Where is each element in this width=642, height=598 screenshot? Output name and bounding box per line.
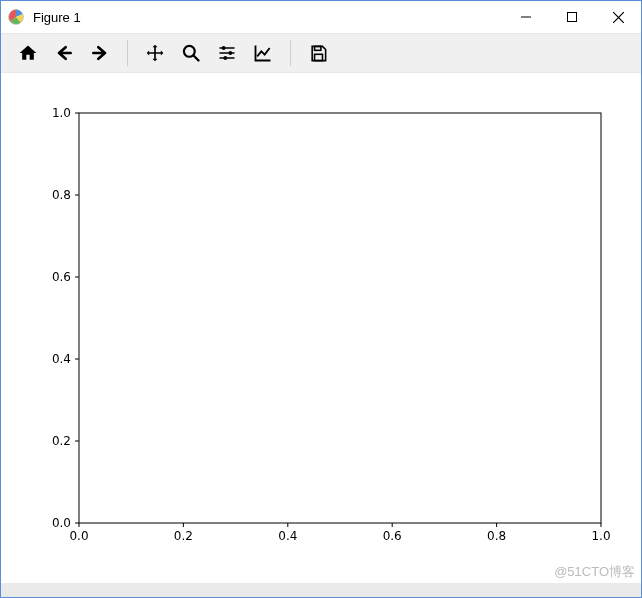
home-button[interactable] bbox=[13, 38, 43, 68]
status-bar bbox=[1, 583, 641, 597]
move-icon bbox=[145, 43, 165, 63]
configure-subplots-button[interactable] bbox=[212, 38, 242, 68]
chart-line-icon bbox=[253, 43, 273, 63]
svg-text:0.0: 0.0 bbox=[69, 529, 88, 543]
svg-text:0.6: 0.6 bbox=[52, 270, 71, 284]
svg-point-3 bbox=[222, 46, 226, 50]
toolbar-separator bbox=[127, 40, 128, 66]
sliders-icon bbox=[217, 43, 237, 63]
zoom-icon bbox=[181, 43, 201, 63]
toolbar-separator bbox=[290, 40, 291, 66]
save-icon bbox=[309, 44, 328, 63]
close-icon bbox=[613, 12, 624, 23]
svg-text:0.4: 0.4 bbox=[52, 352, 71, 366]
svg-text:0.4: 0.4 bbox=[278, 529, 297, 543]
svg-rect-8 bbox=[79, 113, 601, 523]
svg-rect-1 bbox=[568, 13, 577, 22]
zoom-button[interactable] bbox=[176, 38, 206, 68]
watermark-text: @51CTO博客 bbox=[554, 563, 635, 581]
svg-text:0.6: 0.6 bbox=[383, 529, 402, 543]
window-controls bbox=[503, 1, 641, 33]
save-button[interactable] bbox=[303, 38, 333, 68]
minimize-icon bbox=[521, 12, 531, 22]
titlebar: Figure 1 bbox=[1, 1, 641, 33]
back-arrow-icon bbox=[54, 43, 74, 63]
figure-canvas[interactable]: 0.00.20.40.60.81.00.00.20.40.60.81.0 @51… bbox=[1, 73, 641, 583]
plot-axes: 0.00.20.40.60.81.00.00.20.40.60.81.0 bbox=[1, 73, 641, 583]
svg-text:0.2: 0.2 bbox=[52, 434, 71, 448]
edit-axis-button[interactable] bbox=[248, 38, 278, 68]
toolbar bbox=[1, 33, 641, 73]
app-icon bbox=[7, 8, 25, 26]
maximize-button[interactable] bbox=[549, 1, 595, 33]
svg-text:0.0: 0.0 bbox=[52, 516, 71, 530]
window-title: Figure 1 bbox=[33, 10, 503, 25]
svg-text:0.8: 0.8 bbox=[52, 188, 71, 202]
back-button[interactable] bbox=[49, 38, 79, 68]
svg-rect-6 bbox=[314, 46, 320, 50]
svg-rect-7 bbox=[314, 54, 322, 60]
svg-text:0.8: 0.8 bbox=[487, 529, 506, 543]
svg-text:1.0: 1.0 bbox=[591, 529, 610, 543]
home-icon bbox=[18, 43, 38, 63]
svg-point-4 bbox=[228, 51, 232, 55]
forward-arrow-icon bbox=[90, 43, 110, 63]
close-button[interactable] bbox=[595, 1, 641, 33]
svg-text:1.0: 1.0 bbox=[52, 106, 71, 120]
svg-text:0.2: 0.2 bbox=[174, 529, 193, 543]
forward-button[interactable] bbox=[85, 38, 115, 68]
svg-point-5 bbox=[223, 56, 227, 60]
maximize-icon bbox=[567, 12, 577, 22]
minimize-button[interactable] bbox=[503, 1, 549, 33]
pan-button[interactable] bbox=[140, 38, 170, 68]
